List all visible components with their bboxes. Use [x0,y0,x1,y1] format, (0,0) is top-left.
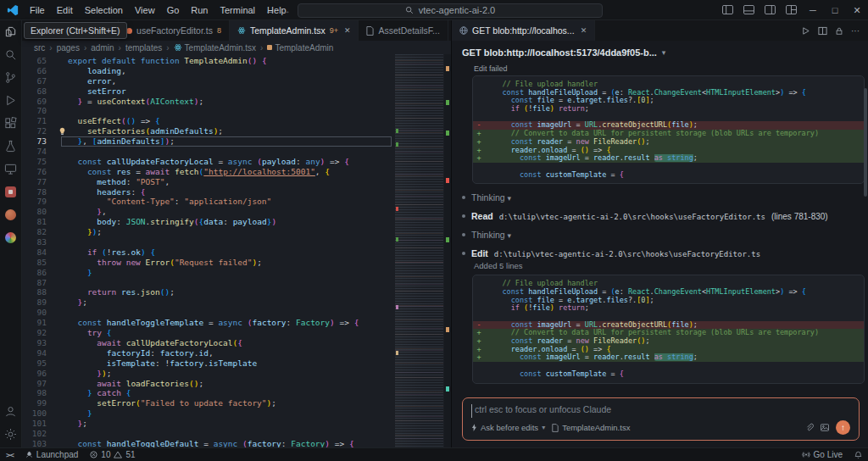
code-line[interactable]: 86 } [22,268,393,278]
code-line[interactable]: 74 [22,147,393,157]
line-number[interactable]: 92 [22,328,56,338]
tab-usefactoryeditor-ts[interactable]: useFactoryEditor.ts8 [119,20,230,41]
breadcrumb-item-src[interactable]: src [34,43,45,53]
line-number[interactable]: 65 [22,56,56,66]
line-number[interactable]: 100 [22,408,56,419]
code-line[interactable]: 88 return res.json(); [22,287,393,297]
line-number[interactable]: 88 [22,287,56,297]
code-line[interactable]: 98 } catch { [22,388,393,398]
minimize-button[interactable]: ─ [802,0,824,20]
toggle-sidebar-icon[interactable] [722,5,733,14]
code-line[interactable]: 77 method: "POST", [22,177,393,187]
line-number[interactable]: 73 [22,136,56,147]
command-center[interactable]: vtec-agentic-ai-2.0 [298,3,603,18]
line-number[interactable]: 84 [22,247,56,258]
toggle-secondary-sidebar-icon[interactable] [765,5,776,14]
menu-go[interactable]: Go [161,0,186,20]
breadcrumb-item-admin[interactable]: admin [91,43,114,53]
nav-back-icon[interactable]: ← [265,5,275,15]
line-number[interactable]: 74 [22,147,56,157]
line-number[interactable]: 78 [22,187,56,197]
code-line[interactable]: 66 loading, [22,66,393,76]
line-number[interactable]: 77 [22,177,56,187]
line-number[interactable]: 85 [22,258,56,268]
code-line[interactable]: 89 }; [22,297,393,308]
explorer-icon[interactable] [4,25,18,38]
toggle-panel-icon[interactable] [743,5,754,14]
minimap[interactable] [395,54,443,447]
line-number[interactable]: 72 [22,126,56,136]
breadcrumb-item-templates[interactable]: templates [125,43,162,53]
menu-view[interactable]: View [129,0,161,20]
settings-gear-icon[interactable] [4,427,18,441]
nav-forward-icon[interactable]: → [281,5,291,15]
code-line[interactable]: 81 body: JSON.stringify({data: payload}) [22,217,393,227]
attach-icon[interactable] [805,423,814,432]
line-number[interactable]: 102 [22,429,56,439]
tab-templateadmin-tsx[interactable]: TemplateAdmin.tsx9+✕ [230,20,359,41]
lightbulb-icon[interactable] [58,127,66,136]
code-line[interactable]: 82 }); [22,227,393,237]
code-line[interactable]: 101 }; [22,419,393,429]
line-number[interactable]: 95 [22,358,56,369]
line-number[interactable]: 76 [22,167,56,177]
run-request-icon[interactable] [801,26,810,36]
code-line[interactable]: 91 const handleToggleTemplate = async (f… [22,318,393,328]
code-line[interactable]: 83 [22,237,393,247]
line-number[interactable]: 97 [22,379,56,389]
line-number[interactable]: 87 [22,278,56,288]
testing-icon[interactable] [4,139,18,153]
line-number[interactable]: 69 [22,97,56,107]
code-line[interactable]: 95 isTemplate: !factory.isTemplate [22,358,393,369]
diff-code-block[interactable]: // File upload handler const handleFileU… [472,275,865,383]
code-line[interactable]: 94 factoryId: factory.id, [22,348,393,358]
more-actions-icon[interactable]: ··· [851,26,860,36]
line-number[interactable]: 86 [22,268,56,278]
extension-red-icon[interactable] [4,185,18,198]
tab-get-blob[interactable]: GET blob:http://localhos... ✕ [452,20,595,41]
problems-item[interactable]: 10 51 [84,448,141,461]
line-number[interactable]: 67 [22,76,56,86]
line-number[interactable]: 96 [22,369,56,379]
extension-claude-icon[interactable] [4,208,18,221]
line-number[interactable]: 101 [22,419,56,429]
code-line[interactable]: 103 const handleToggleDefault = async (f… [22,439,393,447]
close-icon[interactable]: ✕ [344,26,351,35]
code-line[interactable]: 73 }, [adminDefaults]); [22,136,393,147]
lock-icon[interactable] [835,26,843,36]
context-chip[interactable]: TemplateAdmin.tsx [552,423,630,432]
code-line[interactable]: 92 try { [22,328,393,338]
code-line[interactable]: 67 error, [22,76,393,86]
code-line[interactable]: 90 [22,308,393,318]
code-line[interactable]: 93 await callUpdateFactoryLocal({ [22,338,393,348]
menu-terminal[interactable]: Terminal [214,0,262,20]
mode-selector[interactable]: Ask before edits ▾ [471,423,545,432]
code-line[interactable]: 75 const callUpdateFactoryLocal = async … [22,157,393,167]
code-line[interactable]: 78 headers: { [22,187,393,197]
extension-pinwheel-icon[interactable] [4,230,18,244]
code-line[interactable]: 76 const res = await fetch("http://local… [22,167,393,177]
line-number[interactable]: 82 [22,227,56,237]
event-thinking[interactable]: Thinking ▾ [462,230,868,240]
launchpad-item[interactable]: Launchpad [19,448,85,461]
code-line[interactable]: 84 if (!res.ok) { [22,247,393,258]
accounts-icon[interactable] [4,404,18,418]
remote-explorer-icon[interactable] [4,162,18,175]
code-line[interactable]: 68 setError [22,86,393,97]
line-number[interactable]: 80 [22,207,56,217]
request-header[interactable]: GET blob:http://localhost:5173/4dda9f05-… [452,42,868,63]
close-icon[interactable]: ✕ [581,26,587,35]
line-number[interactable]: 68 [22,86,56,97]
code-line[interactable]: 97 await loadFactories(); [22,379,393,389]
extensions-icon[interactable] [4,116,18,130]
tab-assetdetailsf-[interactable]: AssetDetailsF... [359,20,448,41]
image-icon[interactable] [821,424,829,431]
code-line[interactable]: 71 useEffect(() => { [22,116,393,126]
menu-edit[interactable]: Edit [51,0,79,20]
notifications-bell-icon[interactable] [849,448,868,461]
breadcrumb-item-templateadmin-tsx[interactable]: TemplateAdmin.tsx [174,43,256,53]
code-line[interactable]: 80 }, [22,207,393,217]
breadcrumb-item-templateadmin[interactable]: TemplateAdmin [267,43,333,53]
close-window-button[interactable]: ✕ [846,0,868,20]
menu-run[interactable]: Run [185,0,214,20]
